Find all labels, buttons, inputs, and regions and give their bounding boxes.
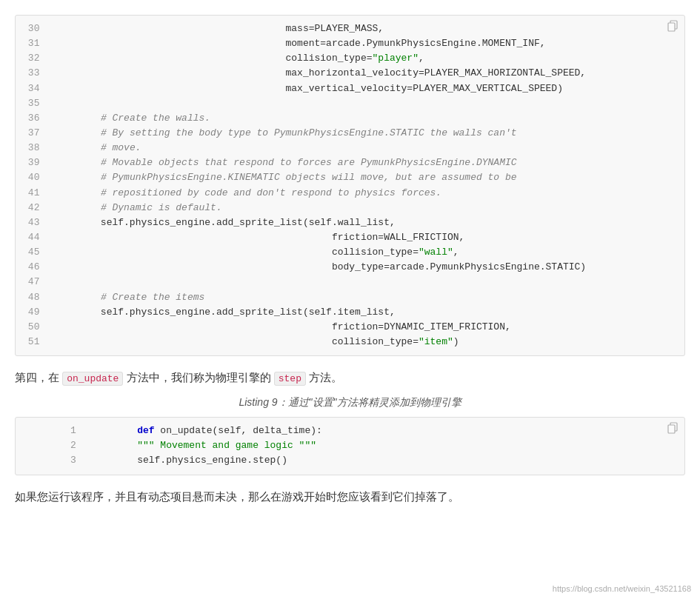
line-number: 31 [16, 36, 48, 51]
copy-icon[interactable] [667, 20, 679, 32]
line-code: # Dynamic is default. [48, 201, 684, 215]
line-number: 32 [16, 51, 48, 66]
table-row: 33 max_horizontal_velocity=PLAYER_MAX_HO… [16, 66, 684, 81]
watermark: https://blog.csdn.net/weixin_43521168 [553, 584, 691, 593]
line-number: 1 [16, 424, 85, 438]
line-number: 40 [16, 170, 48, 185]
line-code: collision_type="player", [48, 51, 684, 66]
line-code: friction=WALL_FRICTION, [48, 230, 684, 245]
line-number: 34 [16, 81, 48, 96]
line-number: 45 [16, 245, 48, 260]
line-code: # Create the walls. [48, 111, 684, 126]
table-row: 44 friction=WALL_FRICTION, [16, 230, 684, 245]
line-number: 37 [16, 126, 48, 141]
table-row: 2 """ Movement and game logic """ [16, 438, 684, 453]
line-number: 50 [16, 320, 48, 335]
table-row: 36 # Create the walls. [16, 111, 684, 126]
line-code: mass=PLAYER_MASS, [48, 21, 684, 36]
copy-icon-2[interactable] [667, 422, 679, 434]
line-code: # Create the items [48, 290, 684, 305]
line-number: 43 [16, 215, 48, 230]
line-code: max_vertical_velocity=PLAYER_MAX_VERTICA… [48, 81, 684, 96]
table-row: 45 collision_type="wall", [16, 245, 684, 260]
line-number: 36 [16, 111, 48, 126]
line-number: 51 [16, 335, 48, 349]
code-table-2: 1 def on_update(self, delta_time):2 """ … [16, 424, 684, 468]
table-row: 39 # Movable objects that respond to for… [16, 155, 684, 170]
line-number: 2 [16, 438, 85, 453]
line-code: max_horizontal_velocity=PLAYER_MAX_HORIZ… [48, 66, 684, 81]
line-code [48, 275, 684, 290]
line-number: 30 [16, 21, 48, 36]
page-container: 30 mass=PLAYER_MASS,31 moment=arcade.Pym… [0, 0, 700, 599]
svg-rect-3 [668, 425, 675, 433]
table-row: 46 body_type=arcade.PymunkPhysicsEngine.… [16, 260, 684, 275]
table-row: 38 # move. [16, 141, 684, 155]
table-row: 48 # Create the items [16, 290, 684, 305]
paragraph-2: 如果您运行该程序，并且有动态项目悬而未决，那么在游戏开始时您应该看到它们掉落了。 [15, 487, 685, 506]
line-number: 42 [16, 201, 48, 215]
line-number: 48 [16, 290, 48, 305]
table-row: 50 friction=DYNAMIC_ITEM_FRICTION, [16, 320, 684, 335]
line-code: # By setting the body type to PymunkPhys… [48, 126, 684, 141]
para1-middle: 方法中，我们称为物理引擎的 [123, 371, 273, 384]
code-table-1: 30 mass=PLAYER_MASS,31 moment=arcade.Pym… [16, 21, 684, 349]
table-row: 41 # repositioned by code and don't resp… [16, 186, 684, 201]
table-row: 3 self.physics_engine.step() [16, 453, 684, 468]
table-row: 49 self.physics_engine.add_sprite_list(s… [16, 305, 684, 320]
line-code: self.physics_engine.add_sprite_list(self… [48, 305, 684, 320]
table-row: 34 max_vertical_velocity=PLAYER_MAX_VERT… [16, 81, 684, 96]
line-number: 49 [16, 305, 48, 320]
table-row: 51 collision_type="item") [16, 335, 684, 349]
table-row: 32 collision_type="player", [16, 51, 684, 66]
table-row: 1 def on_update(self, delta_time): [16, 424, 684, 438]
table-row: 30 mass=PLAYER_MASS, [16, 21, 684, 36]
code-block-2: 1 def on_update(self, delta_time):2 """ … [15, 417, 685, 475]
line-number: 47 [16, 275, 48, 290]
paragraph-1: 第四，在 on_update 方法中，我们称为物理引擎的 step 方法。 [15, 368, 685, 387]
line-number: 33 [16, 66, 48, 81]
line-number: 3 [16, 453, 85, 468]
line-number: 44 [16, 230, 48, 245]
line-code: # move. [48, 141, 684, 155]
line-code: # PymunkPhysicsEngine.KINEMATIC objects … [48, 170, 684, 185]
line-number: 35 [16, 96, 48, 111]
table-row: 43 self.physics_engine.add_sprite_list(s… [16, 215, 684, 230]
line-code: collision_type="wall", [48, 245, 684, 260]
line-code: def on_update(self, delta_time): [85, 424, 684, 438]
line-code: self.physics_engine.step() [85, 453, 684, 468]
line-code: body_type=arcade.PymunkPhysicsEngine.STA… [48, 260, 684, 275]
line-number: 46 [16, 260, 48, 275]
line-code: collision_type="item") [48, 335, 684, 349]
svg-rect-1 [668, 23, 675, 31]
listing-9-caption: Listing 9：通过"设置"方法将精灵添加到物理引擎 [15, 396, 685, 409]
para1-prefix: 第四，在 [15, 371, 62, 384]
table-row: 35 [16, 96, 684, 111]
table-row: 37 # By setting the body type to PymunkP… [16, 126, 684, 141]
line-number: 39 [16, 155, 48, 170]
table-row: 47 [16, 275, 684, 290]
line-number: 38 [16, 141, 48, 155]
para1-suffix: 方法。 [306, 371, 342, 384]
line-code: moment=arcade.PymunkPhysicsEngine.MOMENT… [48, 36, 684, 51]
code-block-1: 30 mass=PLAYER_MASS,31 moment=arcade.Pym… [15, 15, 685, 356]
para1-code2: step [274, 372, 306, 386]
line-number: 41 [16, 186, 48, 201]
table-row: 42 # Dynamic is default. [16, 201, 684, 215]
para1-code1: on_update [62, 372, 123, 386]
line-code: """ Movement and game logic """ [85, 438, 684, 453]
line-code: friction=DYNAMIC_ITEM_FRICTION, [48, 320, 684, 335]
line-code: # repositioned by code and don't respond… [48, 186, 684, 201]
line-code [48, 96, 684, 111]
table-row: 31 moment=arcade.PymunkPhysicsEngine.MOM… [16, 36, 684, 51]
line-code: # Movable objects that respond to forces… [48, 155, 684, 170]
table-row: 40 # PymunkPhysicsEngine.KINEMATIC objec… [16, 170, 684, 185]
line-code: self.physics_engine.add_sprite_list(self… [48, 215, 684, 230]
